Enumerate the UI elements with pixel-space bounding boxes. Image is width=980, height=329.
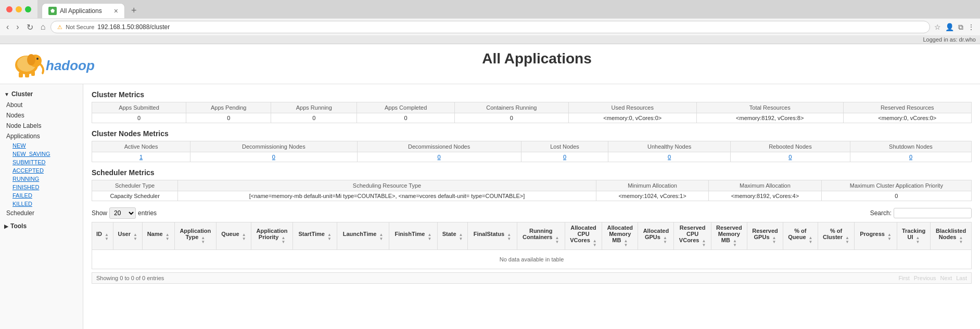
tab-title: All Applications xyxy=(60,7,102,15)
cluster-nodes-row: 1 0 0 0 0 0 0 xyxy=(92,152,972,162)
val-apps-pending: 0 xyxy=(186,113,271,123)
sidebar-item-killed[interactable]: KILLED xyxy=(0,200,83,208)
sort-arrows-res-gpu: ▲▼ xyxy=(772,236,777,244)
active-tab[interactable]: ⬟ All Applications × xyxy=(42,3,125,18)
val-minimum-allocation: <memory:1024, vCores:1> xyxy=(596,191,708,201)
shutdown-link[interactable]: 0 xyxy=(909,154,912,160)
minimize-button[interactable] xyxy=(16,6,22,12)
maximize-button[interactable] xyxy=(25,6,31,12)
close-button[interactable] xyxy=(6,6,12,12)
active-nodes-link[interactable]: 1 xyxy=(139,154,143,160)
page-header: hadoop All Applications xyxy=(0,44,980,84)
svg-rect-7 xyxy=(31,71,35,76)
traffic-lights xyxy=(0,2,37,17)
sidebar-item-new-saving[interactable]: NEW_SAVING xyxy=(0,150,83,158)
col-allocated-gpus[interactable]: AllocatedGPUs ▲▼ xyxy=(638,222,674,250)
search-box: Search: xyxy=(870,208,972,218)
sidebar-item-accepted[interactable]: ACCEPTED xyxy=(0,166,83,175)
col-reserved-gpus[interactable]: ReservedGPUs ▲▼ xyxy=(747,222,783,250)
sidebar-item-scheduler[interactable]: Scheduler xyxy=(0,208,83,218)
sidebar-item-failed[interactable]: FAILED xyxy=(0,191,83,200)
col-id[interactable]: ID ▲▼ xyxy=(92,222,113,250)
address-bar[interactable]: ⚠ Not Secure 192.168.1.50:8088/cluster xyxy=(50,21,930,33)
cluster-metrics-row: 0 0 0 0 0 <memory:0, vCores:0> <memory:8… xyxy=(92,113,972,123)
col-name[interactable]: Name ▲▼ xyxy=(142,222,174,250)
tab-bar: ⬟ All Applications × + xyxy=(37,0,980,18)
col-max-cluster-app-priority: Maximum Cluster Application Priority xyxy=(821,180,971,191)
sort-arrows-app-type: ▲▼ xyxy=(201,236,205,244)
col-application-type[interactable]: ApplicationType ▲▼ xyxy=(174,222,217,250)
sidebar-cluster-label: Cluster xyxy=(11,90,33,98)
new-tab-button[interactable]: + xyxy=(127,4,141,17)
sort-arrows-final-status: ▲▼ xyxy=(507,233,511,241)
show-label: Show xyxy=(92,209,107,217)
col-start-time[interactable]: StartTime ▲▼ xyxy=(293,222,337,250)
sidebar-scheduler-label: Scheduler xyxy=(6,209,34,217)
col-tracking-ui[interactable]: TrackingUI ▲▼ xyxy=(897,222,930,250)
pagination-first[interactable]: First xyxy=(898,275,909,281)
col-blacklisted-nodes[interactable]: BlacklistedNodes ▲▼ xyxy=(931,222,972,250)
pagination-next[interactable]: Next xyxy=(940,275,952,281)
rebooted-link[interactable]: 0 xyxy=(788,154,792,160)
bookmark-button[interactable]: ☆ xyxy=(933,22,942,32)
col-containers-running: Containers Running xyxy=(455,102,568,113)
col-reserved-cpu[interactable]: ReservedCPUVCores ▲▼ xyxy=(674,222,711,250)
sidebar-item-node-labels[interactable]: Node Labels xyxy=(0,121,83,131)
sidebar-item-nodes[interactable]: Nodes xyxy=(0,110,83,121)
sidebar-cluster-header[interactable]: ▼ Cluster xyxy=(0,88,83,100)
col-finish-time[interactable]: FinishTime ▲▼ xyxy=(389,222,438,250)
sidebar-item-running[interactable]: RUNNING xyxy=(0,175,83,183)
tab-close-button[interactable]: × xyxy=(114,7,118,15)
nav-actions: ☆ 👤 ⧉ ⋮ xyxy=(933,22,976,33)
col-lost-nodes: Lost Nodes xyxy=(521,141,608,152)
entries-select[interactable]: 20 50 100 xyxy=(109,207,136,219)
extensions-button[interactable]: ⧉ xyxy=(957,22,964,33)
search-input[interactable] xyxy=(894,208,972,218)
sidebar-item-submitted[interactable]: SUBMITTED xyxy=(0,158,83,166)
svg-point-3 xyxy=(36,58,39,60)
val-scheduling-resource-type: [<name=memory-mb default-unit=Mi type=CO… xyxy=(178,191,596,201)
unhealthy-link[interactable]: 0 xyxy=(668,154,671,160)
forward-button[interactable]: › xyxy=(14,21,21,33)
sort-arrows-finish-time: ▲▼ xyxy=(427,233,431,241)
col-launch-time[interactable]: LaunchTime ▲▼ xyxy=(337,222,389,250)
back-button[interactable]: ‹ xyxy=(4,21,11,33)
col-final-status[interactable]: FinalStatus ▲▼ xyxy=(468,222,517,250)
url-text: 192.168.1.50:8088/cluster xyxy=(97,23,170,31)
val-apps-submitted: 0 xyxy=(92,113,186,123)
scheduler-row: Capacity Scheduler [<name=memory-mb defa… xyxy=(92,191,972,201)
col-application-priority[interactable]: ApplicationPriority ▲▼ xyxy=(251,222,293,250)
decommissioning-link[interactable]: 0 xyxy=(272,154,275,160)
sidebar-item-new[interactable]: NEW xyxy=(0,141,83,150)
pagination-previous[interactable]: Previous xyxy=(914,275,936,281)
decommissioned-link[interactable]: 0 xyxy=(438,154,441,160)
col-state[interactable]: State ▲▼ xyxy=(437,222,467,250)
sidebar-item-finished[interactable]: FINISHED xyxy=(0,183,83,191)
reload-button[interactable]: ↻ xyxy=(24,21,35,33)
val-active-nodes: 1 xyxy=(92,152,190,162)
sidebar-node-labels-label: Node Labels xyxy=(6,122,41,129)
col-progress[interactable]: Progress ▲▼ xyxy=(855,222,897,250)
profile-button[interactable]: 👤 xyxy=(944,22,955,32)
menu-button[interactable]: ⋮ xyxy=(966,22,976,32)
home-button[interactable]: ⌂ xyxy=(39,21,48,33)
col-reserved-memory[interactable]: ReservedMemoryMB ▲▼ xyxy=(711,222,747,250)
sidebar-item-applications[interactable]: Applications xyxy=(0,131,83,141)
header-logo: hadoop xyxy=(8,48,102,80)
col-queue[interactable]: Queue ▲▼ xyxy=(217,222,251,250)
hadoop-logo: hadoop xyxy=(8,48,102,80)
col-allocated-memory[interactable]: AllocatedMemoryMB ▲▼ xyxy=(602,222,638,250)
sidebar-item-about[interactable]: About xyxy=(0,100,83,110)
col-running-containers[interactable]: RunningContainers ▲▼ xyxy=(517,222,565,250)
sidebar-tools-header[interactable]: ▶ Tools xyxy=(0,220,83,232)
col-rebooted-nodes: Rebooted Nodes xyxy=(730,141,850,152)
search-label: Search: xyxy=(870,209,892,217)
col-user[interactable]: User ▲▼ xyxy=(113,222,142,250)
lost-link[interactable]: 0 xyxy=(563,154,566,160)
svg-point-4 xyxy=(27,54,35,65)
pagination-last[interactable]: Last xyxy=(956,275,967,281)
col-pct-queue[interactable]: % ofQueue ▲▼ xyxy=(783,222,818,250)
col-allocated-cpu[interactable]: AllocatedCPUVCores ▲▼ xyxy=(565,222,602,250)
val-decommissioning-nodes: 0 xyxy=(190,152,358,162)
col-pct-cluster[interactable]: % ofCluster ▲▼ xyxy=(818,222,855,250)
